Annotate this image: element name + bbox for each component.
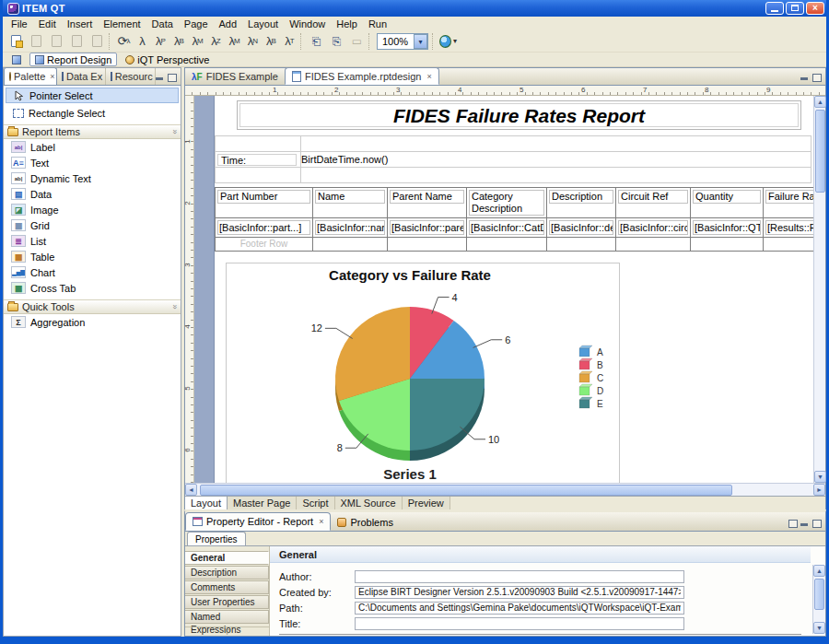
web-update-button[interactable]: ▾ [438,32,458,51]
lambda-tool-10-icon[interactable]: λT [281,32,298,51]
footer-cell[interactable] [313,238,388,252]
palette-item-grid[interactable]: ▦Grid [4,217,181,233]
category-description[interactable]: Description [185,566,269,580]
palette-item-cross-tab[interactable]: ▦Cross Tab [4,280,181,296]
tab-preview[interactable]: Preview [403,497,450,509]
palette-item-aggregation[interactable]: ΣAggregation [4,314,181,330]
time-value-cell[interactable]: BirtDateTime.now() [301,154,388,165]
data-cell[interactable]: [BasicInfor::name] [313,218,388,238]
import-icon[interactable]: ⎗ [307,32,326,51]
maximize-view-icon[interactable] [812,74,822,82]
scroll-left-icon[interactable]: ◄ [185,484,197,496]
palette-item-label[interactable]: ab|Label [4,139,181,155]
tool-pointer-select[interactable]: Pointer Select [6,88,179,103]
export-icon[interactable]: ⎘ [327,32,346,51]
close-icon[interactable]: × [317,517,323,526]
maximize-view-icon[interactable] [812,520,822,528]
lambda-tool-7-icon[interactable]: λM [226,32,243,51]
time-grid[interactable]: Time: BirtDateTime.now() [215,135,811,183]
report-table[interactable]: Part NumberNameParent NameCategory Descr… [215,187,813,252]
category-general[interactable]: General [185,551,269,565]
header-cell-part-number[interactable]: Part Number [216,188,313,218]
table-data-row[interactable]: [BasicInfor::part...][BasicInfor::name][… [216,218,814,238]
header-cell-category-description[interactable]: Category Description [467,188,547,218]
footer-cell[interactable] [616,238,691,252]
field-author-input[interactable] [355,570,684,583]
palette-item-chart[interactable]: ▂▅▇Chart [4,264,181,280]
lambda-tool-1-icon[interactable]: ⟳λ [115,32,133,51]
scroll-down-icon[interactable]: ▼ [814,471,826,483]
field-title-input[interactable] [355,617,684,630]
tab-data-explorer[interactable]: Data Ex [57,68,106,85]
new-report-button[interactable] [6,32,26,51]
data-cell[interactable]: [BasicInfor::QTY] [691,218,764,238]
scroll-up-icon[interactable]: ▲ [814,96,826,108]
header-cell-quantity[interactable]: Quantity [691,188,764,218]
minimize-button[interactable] [765,2,784,15]
lambda-tool-4-icon[interactable]: λB [170,32,188,51]
menu-window[interactable]: Window [284,18,331,29]
tab-layout[interactable]: Layout [185,497,228,509]
tab-palette[interactable]: Palette × [4,67,57,85]
paste-button[interactable] [67,32,87,51]
menu-layout[interactable]: Layout [242,18,284,29]
menu-edit[interactable]: Edit [33,18,62,29]
minimize-view-icon[interactable] [800,74,810,82]
menu-run[interactable]: Run [363,18,392,29]
editor-tab-fides-example[interactable]: λF FIDES Example [185,68,285,85]
palette-item-data[interactable]: ▤Data [4,186,181,202]
data-cell[interactable]: [BasicInfor::part...] [216,218,313,238]
scroll-down-icon[interactable]: ▼ [813,622,825,634]
category-user-properties[interactable]: User Properties [185,595,269,609]
field-created-by-input[interactable] [355,586,684,599]
header-cell-circuit-ref[interactable]: Circuit Ref [616,188,691,218]
palette-item-image[interactable]: ◪Image [4,202,181,217]
restore-button[interactable] [786,2,804,15]
lambda-tool-2-icon[interactable]: λ [134,32,151,51]
menu-file[interactable]: File [6,18,33,29]
editor-vertical-scrollbar[interactable]: ▲ ▼ [813,96,825,483]
footer-cell[interactable]: Footer Row [216,238,313,252]
lambda-tool-3-icon[interactable]: λP [152,32,169,51]
palette-item-dynamic-text[interactable]: ab|Dynamic Text [4,170,181,186]
close-icon[interactable]: × [425,72,431,81]
menu-data[interactable]: Data [146,18,179,29]
lambda-tool-8-icon[interactable]: λN [244,32,262,51]
open-perspective-button[interactable] [6,53,27,66]
perspective-report-design[interactable]: Report Design [29,53,117,66]
menu-element[interactable]: Element [98,18,146,29]
tab-resources[interactable]: Resourc [106,68,156,85]
tool-rectangle-select[interactable]: Rectangle Select [6,105,179,121]
field-path-input[interactable] [355,602,684,615]
view-menu-icon[interactable] [788,520,798,528]
category-overflow-icon[interactable]: ▽ [185,626,269,636]
minimize-view-icon[interactable] [156,74,165,82]
data-cell[interactable]: [BasicInfor::desc] [547,218,616,238]
time-label-cell[interactable]: Time: [217,154,297,166]
editor-horizontal-scrollbar[interactable]: ◄ ► [185,483,825,496]
lambda-tool-9-icon[interactable]: λB [263,32,280,51]
menu-insert[interactable]: Insert [62,18,99,29]
menu-help[interactable]: Help [331,18,363,29]
data-cell[interactable]: [BasicInfor::pare...] [388,218,467,238]
footer-cell[interactable] [388,238,467,252]
header-cell-name[interactable]: Name [313,188,388,218]
tab-properties[interactable]: Properties [187,532,246,545]
minimize-view-icon[interactable] [800,520,810,528]
footer-cell[interactable] [547,238,616,252]
collapse-icon[interactable]: » [169,129,179,134]
tab-property-editor[interactable]: Property Editor - Report × [185,512,331,531]
lambda-tool-5-icon[interactable]: λM [189,32,206,51]
section-report-items[interactable]: Report Items » [4,124,181,139]
scroll-right-icon[interactable]: ► [813,484,825,496]
section-quick-tools[interactable]: Quick Tools » [4,299,181,314]
footer-cell[interactable] [467,238,547,252]
data-cell[interactable]: [BasicInfor::circ...] [616,218,691,238]
properties-scrollbar[interactable]: ▲ ▼ [812,565,825,634]
scrollbar-thumb[interactable] [814,579,824,610]
palette-item-table[interactable]: ▦Table [4,249,181,264]
palette-item-list[interactable]: ≣List [4,233,181,249]
header-cell-description[interactable]: Description [547,188,616,218]
menu-page[interactable]: Page [179,18,214,29]
collapse-icon[interactable]: » [169,304,179,309]
